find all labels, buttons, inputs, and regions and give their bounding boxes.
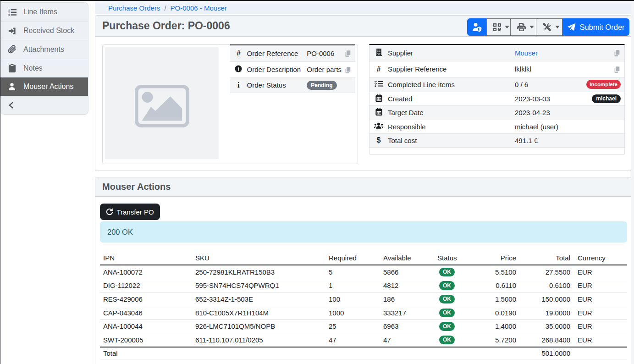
svg-text:i: i bbox=[238, 66, 239, 72]
svg-text:3: 3 bbox=[8, 13, 10, 17]
